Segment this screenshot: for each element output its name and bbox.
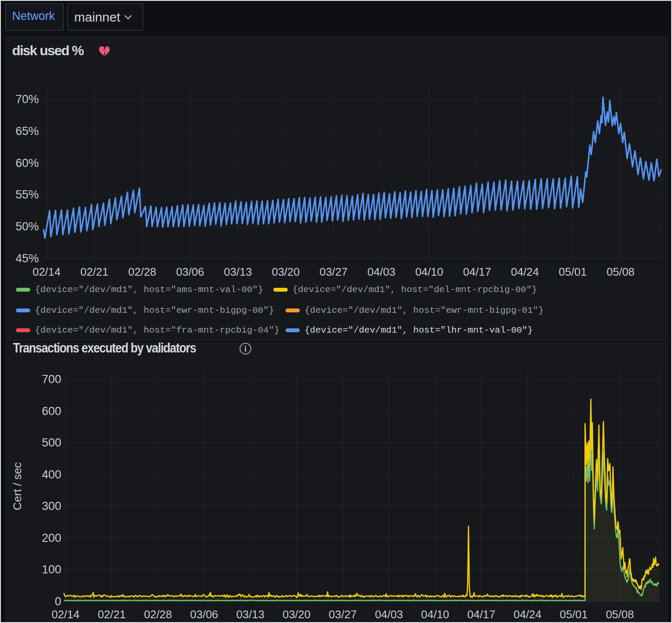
svg-text:02/14: 02/14 [51, 608, 79, 621]
svg-text:04/17: 04/17 [467, 608, 495, 621]
svg-text:200: 200 [42, 532, 61, 544]
svg-text:02/21: 02/21 [80, 265, 108, 278]
svg-text:50%: 50% [16, 220, 39, 233]
svg-text:300: 300 [42, 500, 61, 513]
svg-text:05/08: 05/08 [606, 608, 634, 621]
svg-text:65%: 65% [16, 125, 39, 138]
svg-text:700: 700 [42, 373, 61, 386]
svg-text:45%: 45% [16, 252, 39, 265]
svg-text:05/01: 05/01 [560, 608, 588, 621]
svg-text:100: 100 [42, 563, 61, 576]
svg-text:Cert / sec: Cert / sec [11, 462, 24, 510]
svg-text:03/13: 03/13 [236, 608, 264, 621]
svg-text:04/17: 04/17 [463, 265, 491, 278]
svg-text:02/21: 02/21 [98, 608, 126, 621]
svg-text:04/24: 04/24 [511, 265, 539, 278]
svg-text:0: 0 [55, 595, 61, 608]
svg-text:55%: 55% [16, 188, 39, 201]
svg-text:03/20: 03/20 [283, 608, 311, 621]
svg-text:05/08: 05/08 [606, 265, 634, 278]
svg-text:03/06: 03/06 [190, 608, 218, 621]
svg-text:03/06: 03/06 [176, 265, 204, 278]
svg-text:02/28: 02/28 [128, 265, 156, 278]
svg-text:04/10: 04/10 [421, 608, 449, 621]
svg-text:03/27: 03/27 [329, 608, 357, 621]
svg-text:500: 500 [42, 436, 61, 449]
svg-text:400: 400 [42, 468, 61, 481]
svg-text:04/24: 04/24 [513, 608, 541, 621]
svg-text:02/28: 02/28 [144, 608, 172, 621]
svg-text:60%: 60% [16, 157, 39, 170]
svg-text:05/01: 05/01 [559, 265, 587, 278]
svg-text:04/03: 04/03 [367, 265, 396, 278]
svg-text:03/20: 03/20 [272, 265, 300, 278]
svg-text:03/27: 03/27 [320, 265, 348, 278]
svg-text:70%: 70% [16, 93, 39, 106]
svg-text:04/03: 04/03 [375, 608, 403, 621]
svg-text:04/10: 04/10 [415, 265, 443, 278]
svg-text:03/13: 03/13 [224, 265, 252, 278]
svg-text:02/14: 02/14 [32, 265, 60, 278]
svg-text:600: 600 [42, 405, 61, 418]
